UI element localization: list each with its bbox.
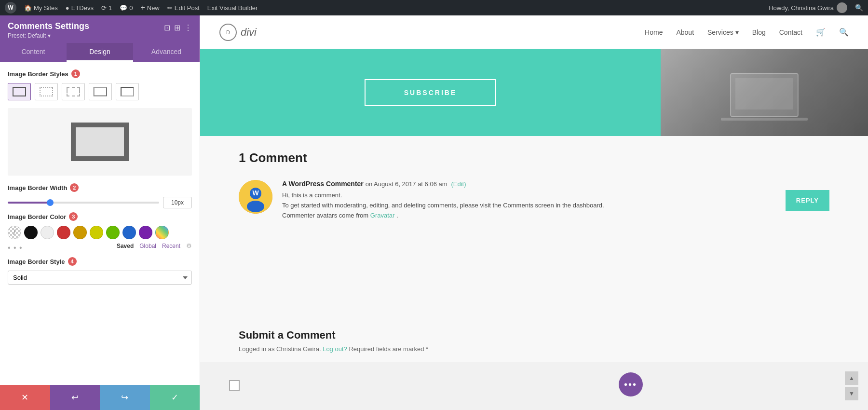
wp-admin-bar: W 🏠 My Sites ● ETDevs ⟳ 1 💬 0 + New ✏ Ed…: [0, 0, 868, 15]
border-style-groove-btn[interactable]: [89, 83, 112, 100]
border-style-solid-btn[interactable]: [8, 83, 31, 100]
panel-preset[interactable]: Preset: Default ▾: [8, 32, 89, 39]
swatch-multicolor[interactable]: [155, 226, 169, 239]
tab-advanced[interactable]: Advanced: [133, 43, 200, 62]
laptop-svg: [716, 64, 813, 122]
swatch-purple[interactable]: [139, 226, 152, 239]
swatch-orange[interactable]: [73, 226, 87, 239]
gravatar-link[interactable]: Gravatar: [370, 212, 395, 219]
subscribe-button[interactable]: SUBSCRIBE: [365, 79, 496, 106]
nav-contact[interactable]: Contact: [779, 28, 802, 36]
dotted-icon: [40, 87, 53, 96]
swatch-yellow[interactable]: [90, 226, 103, 239]
redo-icon: ↪: [121, 392, 128, 403]
border-width-slider-row: [8, 197, 192, 208]
border-preview-box: [8, 108, 192, 176]
et-devs-item[interactable]: ● ETDevs: [66, 4, 94, 12]
floating-purple-menu-btn[interactable]: •••: [619, 372, 643, 396]
scroll-arrows: ▲ ▼: [845, 371, 858, 400]
logged-in-label: Logged in as Christina Gwira.: [239, 345, 321, 353]
svg-text:W: W: [252, 189, 259, 197]
slider-thumb: [47, 199, 54, 206]
swatch-transparent[interactable]: [8, 226, 21, 239]
edit-post-item[interactable]: ✏ Edit Post: [167, 4, 200, 12]
wp-logo-icon[interactable]: W: [5, 2, 16, 14]
site-nav: D divi Home About Services ▾ Blog Contac…: [200, 15, 868, 49]
bubble-count-item[interactable]: 💬 0: [120, 4, 133, 12]
border-style-inset-btn[interactable]: [116, 83, 139, 100]
comment-meta: A WordPress Commenter on August 6, 2017 …: [282, 180, 776, 188]
more-swatches-icon[interactable]: • • •: [8, 244, 23, 252]
my-sites-menu[interactable]: 🏠 My Sites: [24, 4, 58, 12]
scroll-up-arrow[interactable]: ▲: [845, 371, 858, 385]
save-button[interactable]: ✓: [150, 385, 200, 410]
border-style-select[interactable]: Solid None Dotted Dashed Double: [8, 271, 192, 285]
panel-footer: ✕ ↩ ↪ ✓: [0, 385, 200, 410]
cancel-button[interactable]: ✕: [0, 385, 50, 410]
new-post-button[interactable]: + New: [140, 3, 159, 12]
swatch-green[interactable]: [106, 226, 120, 239]
section-label-text-2: Image Border Width: [8, 184, 67, 191]
nav-about[interactable]: About: [676, 28, 694, 36]
exit-builder-item[interactable]: Exit Visual Builder: [207, 4, 258, 12]
swatch-white[interactable]: [41, 226, 54, 239]
hero-section: SUBSCRIBE: [200, 49, 868, 136]
settings-panel: Comments Settings Preset: Default ▾ ⊡ ⊞ …: [0, 15, 200, 410]
comment-edit-link[interactable]: (Edit): [451, 180, 466, 188]
brand-name: divi: [241, 26, 257, 39]
tab-content[interactable]: Content: [0, 43, 67, 62]
border-style-dotted-btn[interactable]: [35, 83, 58, 100]
inset-icon: [121, 87, 134, 96]
border-style-select-row: Solid None Dotted Dashed Double: [8, 271, 192, 285]
search-icon[interactable]: 🔍: [839, 27, 849, 37]
color-tab-recent[interactable]: Recent: [162, 243, 180, 249]
nav-links: Home About Services ▾ Blog Contact 🛒 🔍: [645, 27, 849, 37]
color-tabs: Saved Global Recent ⚙: [117, 242, 192, 249]
comment-avatar: W: [239, 180, 272, 214]
commenter-avatar-svg: W: [239, 180, 272, 214]
swatch-black[interactable]: [24, 226, 38, 239]
floating-checkbox[interactable]: [229, 380, 240, 391]
grid-icon[interactable]: ⊞: [174, 23, 180, 32]
panel-title-block: Comments Settings Preset: Default ▾: [8, 21, 89, 39]
undo-button[interactable]: ↩: [50, 385, 100, 410]
panel-tabs: Content Design Advanced: [0, 43, 200, 62]
expand-icon[interactable]: ⊡: [164, 23, 170, 32]
et-logo-icon: ●: [66, 4, 69, 12]
logged-in-text: Logged in as Christina Gwira. Log out? R…: [239, 345, 829, 353]
comment-loop-icon: ⟳: [101, 4, 107, 12]
swatch-red[interactable]: [57, 226, 70, 239]
border-width-slider[interactable]: [8, 202, 159, 204]
submit-heading: Submit a Comment: [239, 329, 829, 342]
panel-title: Comments Settings: [8, 21, 89, 31]
purple-dots-btn[interactable]: •••: [619, 372, 643, 396]
cart-icon[interactable]: 🛒: [816, 27, 826, 37]
save-icon: ✓: [171, 392, 178, 403]
reply-button[interactable]: REPLY: [786, 190, 829, 211]
image-border-width-label: Image Border Width 2: [8, 183, 192, 192]
border-width-input[interactable]: [163, 197, 192, 208]
pencil-icon: ✏: [167, 4, 173, 12]
tab-design[interactable]: Design: [67, 43, 133, 62]
admin-search-icon[interactable]: 🔍: [855, 4, 863, 12]
nav-services[interactable]: Services ▾: [707, 28, 739, 36]
comment-count-item[interactable]: ⟳ 1: [101, 4, 112, 12]
section-badge-4: 4: [68, 257, 77, 266]
main-layout: Comments Settings Preset: Default ▾ ⊡ ⊞ …: [0, 15, 868, 410]
nav-blog[interactable]: Blog: [752, 28, 766, 36]
border-style-dashed-btn[interactable]: [62, 83, 85, 100]
log-out-link[interactable]: Log out?: [323, 345, 347, 353]
swatch-blue[interactable]: [122, 226, 136, 239]
submit-comment-section: Submit a Comment Logged in as Christina …: [200, 329, 868, 362]
redo-button[interactable]: ↪: [100, 385, 150, 410]
more-options-icon[interactable]: ⋮: [184, 23, 192, 32]
color-settings-gear-icon[interactable]: ⚙: [186, 242, 192, 249]
comment-body: A WordPress Commenter on August 6, 2017 …: [282, 180, 776, 220]
scroll-down-arrow[interactable]: ▼: [845, 387, 858, 400]
color-tab-saved[interactable]: Saved: [117, 243, 134, 249]
hero-subscribe-area: SUBSCRIBE: [200, 49, 661, 136]
color-tab-global[interactable]: Global: [139, 243, 156, 249]
nav-home[interactable]: Home: [645, 28, 663, 36]
comment-line-3: Commenter avatars come from Gravatar .: [282, 211, 776, 221]
panel-header-icons: ⊡ ⊞ ⋮: [164, 23, 192, 32]
